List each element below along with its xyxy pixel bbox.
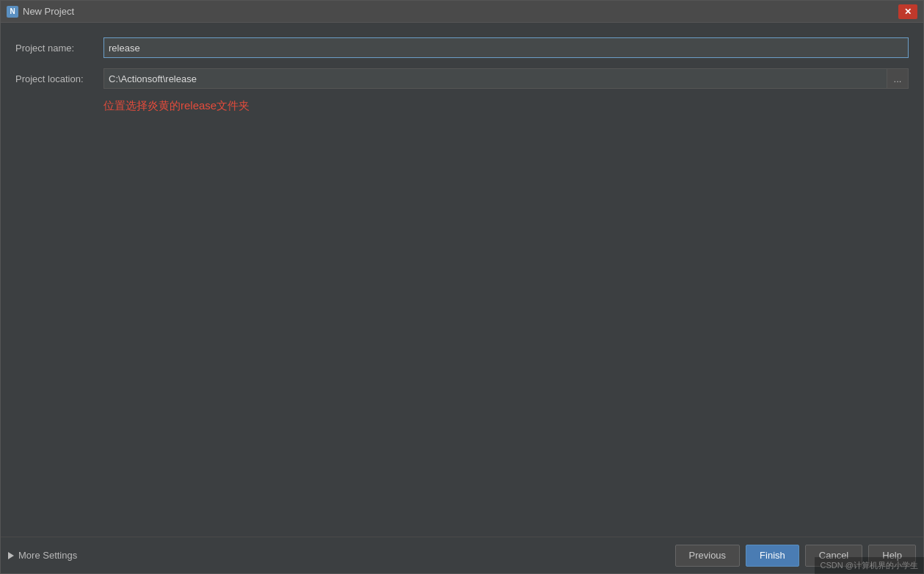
project-name-input[interactable] — [103, 37, 909, 58]
close-button[interactable]: ✕ — [898, 4, 917, 19]
project-name-row: Project name: — [15, 37, 909, 58]
dialog-content: Project name: Project location: ... 位置选择… — [1, 23, 923, 537]
title-bar-left: N New Project — [7, 6, 74, 18]
dialog-window: N New Project ✕ Project name: Project lo… — [0, 0, 924, 574]
window-icon-label: N — [10, 7, 15, 15]
project-location-input[interactable] — [103, 68, 887, 89]
more-settings-label: More Settings — [18, 550, 77, 561]
watermark: CSDN @计算机界的小学生 — [815, 557, 924, 574]
finish-button[interactable]: Finish — [746, 545, 799, 567]
main-area — [15, 120, 909, 529]
project-location-label: Project location: — [15, 73, 103, 84]
more-settings-triangle-icon — [8, 552, 14, 559]
project-name-label: Project name: — [15, 43, 103, 54]
window-title: New Project — [23, 6, 74, 17]
more-settings-toggle[interactable]: More Settings — [8, 550, 77, 561]
window-icon: N — [7, 6, 18, 18]
browse-button[interactable]: ... — [887, 68, 909, 89]
annotation-text: 位置选择炎黄的release文件夹 — [103, 99, 909, 113]
title-bar: N New Project ✕ — [1, 1, 923, 23]
project-location-row: Project location: ... — [15, 68, 909, 89]
previous-button[interactable]: Previous — [675, 545, 741, 567]
title-bar-right: ✕ — [898, 4, 917, 19]
dialog-footer: More Settings Previous Finish Cancel Hel… — [1, 537, 923, 573]
